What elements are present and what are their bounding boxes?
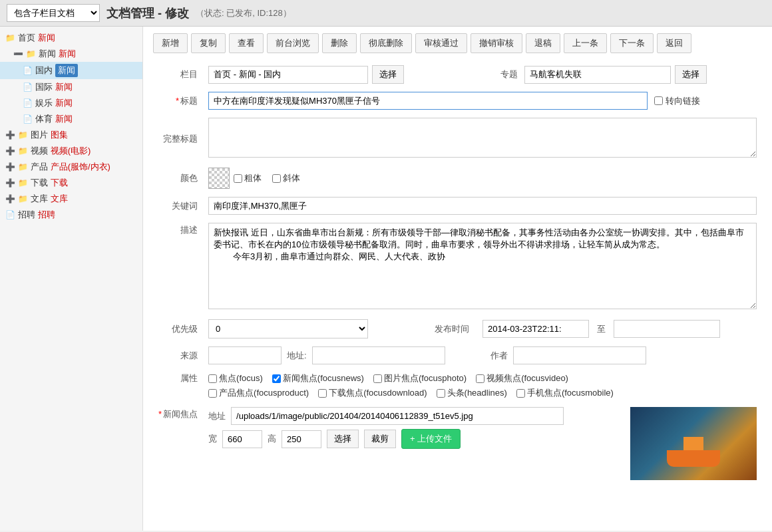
publish-time-input[interactable] xyxy=(482,320,589,338)
form-row-keyword: 关键词 xyxy=(153,193,762,219)
sidebar-item-download[interactable]: ➕ 📁 下载 下载 xyxy=(0,175,142,191)
boat-shape xyxy=(667,450,720,467)
delete-button[interactable]: 删除 xyxy=(322,33,357,53)
news-focus-upload-btn[interactable]: + 上传文件 xyxy=(401,429,461,449)
source-label: 来源 xyxy=(153,342,203,368)
color-swatch[interactable] xyxy=(208,168,230,189)
news-focus-height-input[interactable] xyxy=(282,430,321,448)
focusmobile-checkbox[interactable] xyxy=(516,389,525,398)
full-title-label: 完整标题 xyxy=(153,114,203,164)
keyword-input[interactable] xyxy=(208,197,757,215)
italic-checkbox-label[interactable]: 斜体 xyxy=(272,172,300,184)
sidebar-item-news[interactable]: ➖ 📁 新闻 新闻 xyxy=(0,46,142,62)
focusproduct-checkbox[interactable] xyxy=(208,389,217,398)
special-input[interactable] xyxy=(524,66,671,84)
page-title: 文档管理 - 修改 xyxy=(106,5,189,21)
redirect-label[interactable]: 转向链接 xyxy=(654,95,700,107)
sidebar-item-home[interactable]: 📁 首页 新闻 xyxy=(0,30,142,46)
plus-icon: ➕ xyxy=(5,194,15,203)
focusphoto-checkbox[interactable] xyxy=(373,374,382,383)
bold-checkbox-label[interactable]: 粗体 xyxy=(234,172,262,184)
news-focus-select-btn[interactable]: 选择 xyxy=(327,430,359,448)
focusvideo-checkbox[interactable] xyxy=(476,374,484,383)
news-focus-label: 新闻焦点 xyxy=(153,403,203,484)
attr-focusphoto[interactable]: 图片焦点(focusphoto) xyxy=(373,372,467,384)
column-select-btn[interactable]: 选择 xyxy=(372,65,404,84)
attr-headlines[interactable]: 头条(headlines) xyxy=(437,387,507,399)
form-row-title: 标题 转向链接 xyxy=(153,88,762,114)
title-input[interactable] xyxy=(208,92,648,110)
address-input[interactable] xyxy=(312,346,445,364)
file-icon: 📄 xyxy=(23,98,33,108)
folder-icon: 📁 xyxy=(18,146,28,156)
news-focus-height-label: 高 xyxy=(268,433,276,445)
folder-icon: 📁 xyxy=(26,49,36,59)
delete-permanent-button[interactable]: 彻底删除 xyxy=(360,33,412,53)
redirect-checkbox[interactable] xyxy=(654,96,663,105)
sidebar-item-guoji[interactable]: 📄 国际 新闻 xyxy=(0,79,142,95)
headlines-checkbox[interactable] xyxy=(437,389,445,398)
minus-icon: ➖ xyxy=(13,49,23,59)
attr-focus[interactable]: 焦点(focus) xyxy=(208,372,263,384)
form-row-full-title: 完整标题 xyxy=(153,114,762,164)
focus-checkbox[interactable] xyxy=(208,374,217,383)
sidebar-item-recruit[interactable]: 📄 招聘 招聘 xyxy=(0,207,142,223)
form-row-color: 颜色 粗体 斜体 xyxy=(153,164,762,193)
desc-textarea[interactable]: 新快报讯 近日，山东省曲阜市出台新规：所有市级领导干部—律取消秘书配备，其事务性… xyxy=(208,223,757,309)
attr-focusproduct[interactable]: 产品焦点(focusproduct) xyxy=(208,387,309,399)
priority-select[interactable]: 0 xyxy=(208,319,368,338)
sidebar-item-tupian[interactable]: ➕ 📁 图片 图集 xyxy=(0,127,142,143)
withdraw-button[interactable]: 退稿 xyxy=(526,33,560,53)
author-label: 作者 xyxy=(490,350,508,362)
focusdownload-checkbox[interactable] xyxy=(318,389,327,398)
folder-icon: 📁 xyxy=(18,162,28,172)
folder-icon: 📁 xyxy=(18,194,28,203)
special-select-btn[interactable]: 选择 xyxy=(675,65,707,84)
next-button[interactable]: 下一条 xyxy=(610,33,654,53)
news-focus-width-input[interactable] xyxy=(222,430,262,448)
column-row: 选择 专题 选择 xyxy=(208,65,757,84)
source-input[interactable] xyxy=(208,346,282,364)
bold-checkbox[interactable] xyxy=(234,174,242,183)
publish-time-end-input[interactable] xyxy=(614,320,720,338)
file-icon: 📄 xyxy=(5,210,15,219)
plus-icon: ➕ xyxy=(5,130,15,140)
sidebar-item-video[interactable]: ➕ 📁 视频 视频(电影) xyxy=(0,143,142,159)
sidebar-item-guonei[interactable]: 📄 国内 新闻 xyxy=(0,62,142,79)
sidebar-item-label-guonei: 新闻 xyxy=(55,64,78,77)
italic-checkbox[interactable] xyxy=(272,174,281,183)
form-row-news-focus: 新闻焦点 地址 宽 xyxy=(153,403,762,484)
news-focus-addr-input[interactable] xyxy=(231,407,564,425)
copy-button[interactable]: 复制 xyxy=(191,33,226,53)
form-row-source: 来源 地址: 作者 xyxy=(153,342,762,368)
sidebar-item-product[interactable]: ➕ 📁 产品 产品(服饰/内衣) xyxy=(0,159,142,175)
preview-button[interactable]: 前台浏览 xyxy=(267,33,319,53)
file-icon: 📄 xyxy=(23,66,33,75)
cancel-approve-button[interactable]: 撤销审核 xyxy=(471,33,522,53)
color-label: 颜色 xyxy=(153,164,203,193)
view-button[interactable]: 查看 xyxy=(229,33,264,53)
plus-icon: ➕ xyxy=(5,146,15,156)
add-button[interactable]: 新增 xyxy=(153,33,188,53)
form-table: 栏目 选择 专题 选择 xyxy=(153,61,762,484)
attr-focusdownload[interactable]: 下载焦点(focusdownload) xyxy=(318,387,427,399)
column-label: 栏目 xyxy=(153,61,203,88)
sidebar-item-tiyu[interactable]: 📄 体育 新闻 xyxy=(0,111,142,127)
author-input[interactable] xyxy=(513,346,646,364)
full-title-textarea[interactable] xyxy=(208,118,757,158)
keyword-label: 关键词 xyxy=(153,193,203,219)
attr-focusvideo[interactable]: 视频焦点(focusvideo) xyxy=(476,372,568,384)
sidebar-item-yule[interactable]: 📄 娱乐 新闻 xyxy=(0,95,142,111)
focusnews-checkbox[interactable] xyxy=(272,374,281,383)
column-select[interactable]: 包含子栏目文档 xyxy=(7,4,100,22)
return-button[interactable]: 返回 xyxy=(657,33,691,53)
sidebar-item-library[interactable]: ➕ 📁 文库 文库 xyxy=(0,191,142,207)
top-bar: 包含子栏目文档 文档管理 - 修改 （状态: 已发布, ID:128） xyxy=(0,0,772,27)
prev-button[interactable]: 上一条 xyxy=(564,33,607,53)
news-focus-crop-btn[interactable]: 裁剪 xyxy=(364,430,396,448)
column-input[interactable] xyxy=(208,66,368,84)
attr-focusmobile[interactable]: 手机焦点(focusmobile) xyxy=(516,387,614,399)
attr-focusnews[interactable]: 新闻焦点(focusnews) xyxy=(272,372,364,384)
plus-icon: ➕ xyxy=(5,178,15,188)
approve-button[interactable]: 审核通过 xyxy=(415,33,467,53)
